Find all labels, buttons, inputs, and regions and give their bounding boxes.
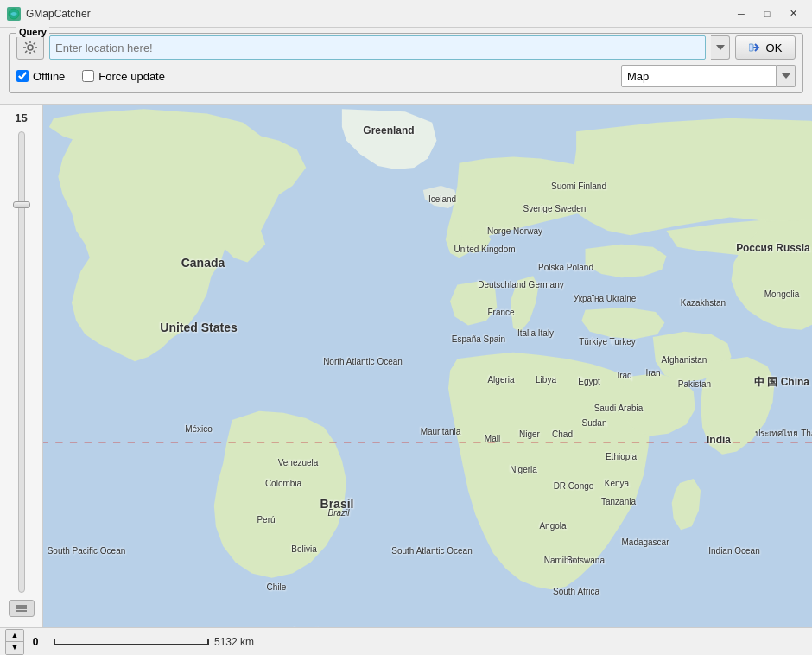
force-update-checkbox[interactable] <box>82 70 94 82</box>
zoom-slider: 15 <box>0 105 43 627</box>
map-type-dropdown-arrow[interactable] <box>777 65 796 87</box>
location-dropdown-arrow[interactable] <box>711 35 730 60</box>
query-panel: Query <box>0 28 812 105</box>
query-row: OK <box>16 35 796 60</box>
ok-label: OK <box>766 41 783 54</box>
world-map-svg <box>43 105 812 627</box>
zoom-stepper[interactable]: ▲ ▼ <box>5 629 24 655</box>
slider-thumb[interactable] <box>13 201 30 208</box>
map-type-select <box>621 65 796 87</box>
scale-label: 5132 km <box>214 636 254 648</box>
map-visual[interactable]: GreenlandIcelandCanadaUnited StatesMéxic… <box>43 105 812 627</box>
titlebar: GMapCatcher ─ □ ✕ <box>0 0 812 28</box>
handle-icon <box>15 604 29 613</box>
settings-icon <box>22 40 38 55</box>
offline-label: Offline <box>33 70 65 83</box>
map-container: 15 <box>0 105 812 627</box>
chevron-down-icon-maptype <box>782 73 790 79</box>
app-icon <box>7 7 21 21</box>
options-row: Offline Force update <box>16 65 796 87</box>
force-update-label: Force update <box>98 70 165 83</box>
titlebar-controls: ─ □ ✕ <box>729 4 805 23</box>
titlebar-left: GMapCatcher <box>7 7 91 21</box>
svg-point-1 <box>28 45 33 50</box>
scale-bar: 5132 km <box>54 636 254 648</box>
offline-checkbox-label[interactable]: Offline <box>16 70 65 83</box>
slider-track[interactable] <box>18 131 25 593</box>
force-update-checkbox-label[interactable]: Force update <box>82 70 165 83</box>
offline-checkbox[interactable] <box>16 70 29 82</box>
maximize-button[interactable]: □ <box>755 4 779 23</box>
ok-button[interactable]: OK <box>735 35 796 60</box>
zoom-value: 0 <box>29 636 41 648</box>
location-input[interactable] <box>49 35 706 60</box>
query-group-label: Query <box>16 27 49 37</box>
scale-line <box>54 639 209 645</box>
minimize-button[interactable]: ─ <box>729 4 753 23</box>
ok-arrow-icon <box>749 41 763 54</box>
settings-button[interactable] <box>16 35 44 60</box>
svg-rect-2 <box>749 44 753 51</box>
horizontal-handle[interactable] <box>9 600 35 617</box>
app-title: GMapCatcher <box>26 8 91 20</box>
query-group: Query <box>9 33 803 93</box>
zoom-up-button[interactable]: ▲ <box>6 630 23 642</box>
main-area: Query <box>0 28 812 655</box>
chevron-down-icon <box>716 45 725 50</box>
close-button[interactable]: ✕ <box>781 4 805 23</box>
status-bar: ▲ ▼ 0 5132 km <box>0 627 812 655</box>
zoom-number: 15 <box>15 111 27 124</box>
zoom-down-button[interactable]: ▼ <box>6 642 23 654</box>
map-type-input[interactable] <box>621 65 777 87</box>
